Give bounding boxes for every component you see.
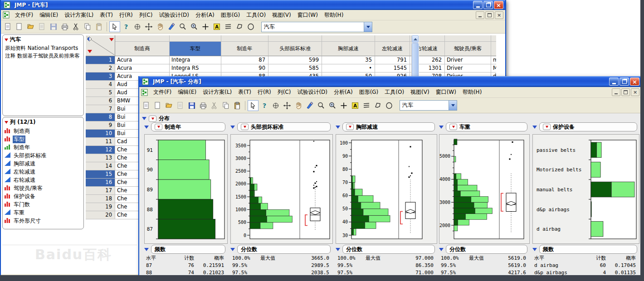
panel-header-1[interactable]: 头部损坏标准 [237,122,331,131]
chart-2[interactable]: 30405060708090100 [336,134,437,244]
zoom-tool-icon[interactable] [189,21,200,32]
menu-item-9[interactable]: 工具(O) [381,87,407,97]
open-icon[interactable] [25,21,36,32]
panel-menu-icon[interactable] [449,124,457,130]
row-number[interactable]: 20 [86,211,115,219]
panel-menu-icon[interactable] [241,124,249,130]
menu-item-10[interactable]: 视图(V) [407,87,433,97]
scroll-up-button[interactable] [412,35,419,43]
row-number[interactable]: 18 [86,195,115,203]
chart-svg-0[interactable]: 9190898887 [145,135,227,243]
combo-dropdown-button[interactable] [364,22,372,32]
zoom-tool-icon[interactable] [327,100,338,111]
disclosure-icon[interactable] [336,126,340,129]
disclosure-icon[interactable] [532,248,537,251]
table-menu-icon[interactable] [5,39,8,41]
menu-item-4[interactable]: 行(R) [254,87,274,97]
table-corner-cell[interactable] [86,35,115,56]
column-header-4[interactable]: 胸部减速 [322,42,375,56]
new-journal-icon[interactable] [141,100,152,111]
row-number[interactable]: 12 [86,146,115,154]
disclosure-icon[interactable] [439,248,444,251]
row-number[interactable]: 14 [86,162,115,170]
row-number[interactable]: 16 [86,179,115,187]
lasso-tool-icon[interactable] [372,100,383,111]
new-table-icon[interactable] [14,21,25,32]
disclosure-icon[interactable] [532,126,537,129]
restore-button[interactable] [620,78,629,86]
column-list-item-9[interactable]: 车门数 [3,200,83,208]
menu-item-2[interactable]: 设计方案(L) [61,10,97,20]
data-table-combo[interactable]: 汽车 [261,22,372,32]
menu-item-6[interactable]: 试验设计(D) [294,87,331,97]
row-number[interactable]: 8 [86,113,115,121]
cell[interactable]: • [322,64,375,73]
panel-header-0[interactable]: 制造年 [151,122,225,131]
menu-item-0[interactable]: 文件(F) [150,87,175,97]
mdi-close-button[interactable]: × [495,11,503,19]
hand-tool-icon[interactable] [293,100,304,111]
stat-header-2[interactable]: 分位数 [342,245,435,254]
column-list-item-3[interactable]: 头部损坏标准 [3,151,83,160]
chart-0[interactable]: 9190898887 [144,134,228,244]
print-icon[interactable] [198,100,209,111]
help-tool-icon[interactable]: ? [259,100,270,111]
panel-menu-icon[interactable] [543,124,551,130]
close-button[interactable]: × [630,78,639,86]
panel-menu-icon[interactable] [346,124,354,130]
cell[interactable]: 35 [322,56,375,64]
mdi-restore-button[interactable] [485,11,494,19]
cut-icon[interactable] [71,21,82,32]
table-row[interactable]: 1AcuraIntegra8759935791262Drivermanual b… [86,56,496,64]
paste-icon[interactable] [93,21,104,32]
chart-svg-2[interactable]: 30405060708090100 [336,135,437,243]
menu-item-12[interactable]: 帮助(H) [459,87,485,97]
title-bar[interactable]: JMP - [汽车- 分布] × [139,76,641,87]
row-number[interactable]: 5 [86,89,115,97]
cell[interactable]: 1545 [375,64,410,73]
menu-item-0[interactable]: 文件(F) [12,10,36,20]
column-list-item-1[interactable]: 车型 [3,135,83,143]
cell[interactable]: Integra [170,56,221,64]
disclosure-icon[interactable] [439,126,444,129]
menu-item-8[interactable]: 图形(G) [356,87,382,97]
disclosure-icon[interactable] [230,248,235,251]
disclosure-icon[interactable] [144,126,149,129]
cell[interactable]: Acura [115,56,170,64]
cell[interactable]: 599 [268,56,322,64]
brush-tool-icon[interactable] [166,21,177,32]
hand-tool-icon[interactable] [155,21,166,32]
save-icon[interactable] [48,21,59,32]
chart-1[interactable]: 0500100015002000250030003500 [230,134,333,244]
oval-tool-icon[interactable] [245,21,256,32]
mdi-restore-button[interactable] [621,88,630,96]
data-table-combo[interactable]: 汽车 [400,100,457,111]
menu-item-6[interactable]: 试验设计(D) [156,10,192,20]
column-header-5[interactable]: 左轮减速 [375,42,410,56]
menu-item-8[interactable]: 图形(G) [218,10,244,20]
magnifier-tool-icon[interactable] [177,21,188,32]
selection-tool-icon[interactable] [132,21,143,32]
row-number[interactable]: 17 [86,187,115,195]
mdi-minimize-button[interactable] [476,11,484,19]
list-tool-icon[interactable] [223,21,234,32]
row-number[interactable]: 4 [86,81,115,89]
table-row[interactable]: 2AcuraIntegra RS90585•15451301DriverMoto… [86,64,496,73]
restore-button[interactable] [483,1,493,9]
panel-header-2[interactable]: 胸部减速 [342,122,435,131]
lasso-tool-icon[interactable] [234,21,245,32]
stat-header-1[interactable]: 分位数 [237,245,331,254]
menu-item-10[interactable]: 视图(V) [269,10,294,20]
stat-header-3[interactable]: 分位数 [446,245,527,254]
mdi-close-button[interactable]: × [631,88,639,96]
chart-4[interactable]: passive beltsMotorized beltsmanual belts… [532,134,639,244]
chart-3[interactable]: 2000300040005000 [439,134,530,244]
columns-menu-icon[interactable] [5,121,8,124]
column-list-item-5[interactable]: 左轮减速 [3,168,83,176]
copy-icon[interactable] [220,100,231,111]
copy-icon[interactable] [82,21,93,32]
row-number[interactable]: 11 [86,138,115,146]
row-number[interactable]: 7 [86,105,115,113]
annotate-tool-icon[interactable]: A [350,100,361,111]
move-tool-icon[interactable] [282,100,293,111]
